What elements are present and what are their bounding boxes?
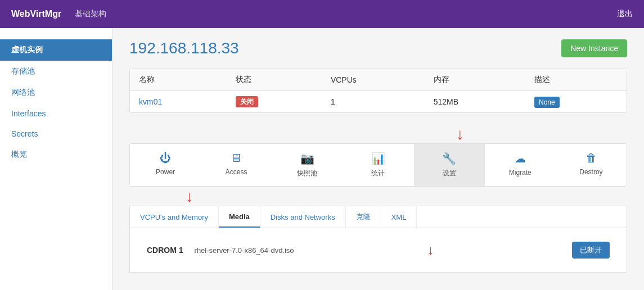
tab-settings-label: 设置 — [443, 169, 456, 178]
disconnect-button[interactable]: 已断开 — [572, 242, 610, 259]
tab-stats-label: 统计 — [371, 169, 385, 178]
sidebar-item-vm-instance[interactable]: 虚机实例 — [0, 39, 112, 61]
tab-settings[interactable]: 🔧 设置 — [414, 144, 485, 186]
arrow-to-settings: ↓ — [129, 126, 627, 142]
tab-snapshot-label: 快照池 — [297, 169, 317, 178]
tab-access[interactable]: 🖥 Access — [201, 144, 272, 186]
sidebar-item-overview[interactable]: 概览 — [0, 144, 112, 165]
col-header-description: 描述 — [525, 69, 627, 91]
instance-table-container: 名称 状态 VCPUs 内存 描述 kvm01 关闭 1 512MB None — [129, 69, 627, 113]
subtab-disks-networks[interactable]: Disks and Networks — [260, 206, 346, 228]
main-container: 虚机实例 存储池 网络池 Interfaces Secrets 概览 192.1… — [0, 28, 644, 290]
action-tabs: ⏻ Power 🖥 Access 📷 快照池 📊 统计 🔧 设置 — [129, 143, 627, 187]
content-area: 192.168.118.33 New Instance 名称 状态 VCPUs … — [112, 28, 644, 290]
media-content: CDROM 1 rhel-server-7.0-x86_64-dvd.iso ↓… — [129, 228, 627, 273]
sidebar-item-storage-pool[interactable]: 存储池 — [0, 61, 112, 82]
new-instance-button[interactable]: New Instance — [561, 39, 627, 57]
tab-snapshot[interactable]: 📷 快照池 — [272, 144, 343, 186]
header: WebVirtMgr 基础架构 退出 — [0, 0, 644, 28]
instance-name[interactable]: kvm01 — [139, 97, 162, 106]
col-header-vcpus: VCPUs — [322, 69, 425, 91]
subtab-clone[interactable]: 克隆 — [346, 206, 381, 228]
sidebar: 虚机实例 存储池 网络池 Interfaces Secrets 概览 — [0, 28, 112, 290]
subtab-media[interactable]: Media — [219, 206, 260, 228]
page-title-row: 192.168.118.33 New Instance — [129, 39, 627, 57]
stats-icon: 📊 — [371, 152, 385, 165]
access-icon: 🖥 — [231, 152, 242, 165]
col-header-memory: 内存 — [425, 69, 525, 91]
tab-power-label: Power — [156, 168, 175, 176]
page-title: 192.168.118.33 — [129, 39, 239, 57]
power-icon: ⏻ — [160, 152, 171, 165]
tab-migrate-label: Migrate — [509, 169, 532, 176]
vcpus-cell: 1 — [322, 91, 425, 113]
subtab-vcpu-memory[interactable]: VCPU's and Memory — [130, 206, 219, 228]
arrow-to-disconnect: ↓ — [427, 242, 434, 258]
snapshot-icon: 📷 — [300, 152, 314, 165]
arrow-to-media: ↓ — [129, 189, 627, 205]
tab-power[interactable]: ⏻ Power — [130, 144, 201, 186]
nav-infrastructure[interactable]: 基础架构 — [75, 9, 106, 19]
migrate-icon: ☁ — [515, 152, 526, 165]
tab-destroy-label: Destroy — [579, 168, 602, 176]
cdrom-row: CDROM 1 rhel-server-7.0-x86_64-dvd.iso ↓… — [147, 242, 610, 259]
tab-destroy[interactable]: 🗑 Destroy — [556, 144, 627, 186]
cdrom-label: CDROM 1 — [147, 246, 183, 255]
description-badge: None — [534, 97, 560, 108]
destroy-icon: 🗑 — [586, 152, 597, 165]
settings-icon: 🔧 — [442, 152, 456, 165]
instance-table: 名称 状态 VCPUs 内存 描述 kvm01 关闭 1 512MB None — [130, 69, 627, 112]
table-row: kvm01 关闭 1 512MB None — [130, 91, 627, 113]
brand-logo: WebVirtMgr — [11, 9, 61, 19]
col-header-status: 状态 — [227, 69, 322, 91]
status-badge: 关闭 — [236, 96, 258, 107]
subtab-xml[interactable]: XML — [381, 206, 417, 228]
action-tabs-area: ↓ ⏻ Power 🖥 Access 📷 快照池 📊 统计 — [129, 126, 627, 273]
sub-tabs: VCPU's and Memory Media Disks and Networ… — [129, 206, 627, 228]
col-header-name: 名称 — [130, 69, 227, 91]
header-left: WebVirtMgr 基础架构 — [11, 9, 106, 19]
tab-stats[interactable]: 📊 统计 — [343, 144, 413, 186]
sidebar-item-interfaces[interactable]: Interfaces — [0, 103, 112, 124]
cdrom-file: rhel-server-7.0-x86_64-dvd.iso — [195, 246, 294, 255]
sidebar-item-network-pool[interactable]: 网络池 — [0, 82, 112, 103]
memory-cell: 512MB — [425, 91, 525, 113]
tab-migrate[interactable]: ☁ Migrate — [485, 144, 556, 186]
logout-button[interactable]: 退出 — [617, 9, 633, 19]
sidebar-item-secrets[interactable]: Secrets — [0, 124, 112, 144]
tab-access-label: Access — [226, 168, 247, 176]
